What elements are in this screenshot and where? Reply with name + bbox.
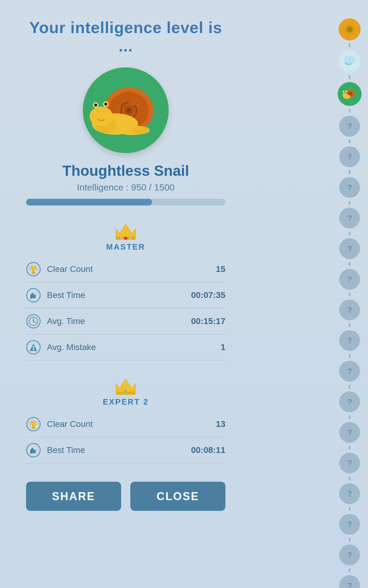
sidebar-node-q4[interactable]: ? — [339, 208, 360, 228]
progress-bar-fill — [26, 199, 152, 205]
svg-point-27 — [123, 237, 124, 238]
svg-point-22 — [129, 237, 132, 239]
sidebar-node-q8[interactable]: ? — [339, 330, 360, 351]
master-header: MASTER — [26, 221, 225, 252]
jellyfish-icon — [342, 54, 357, 69]
svg-point-54 — [347, 26, 353, 32]
svg-point-43 — [33, 349, 34, 350]
sidebar-connector — [349, 75, 350, 79]
expert2-best-time-row: Best Time 00:08:11 — [26, 437, 225, 463]
expert2-clear-count-value: 13 — [216, 419, 225, 429]
master-best-time-row: Best Time 00:07:35 — [26, 282, 225, 308]
warning-icon — [26, 340, 41, 355]
sidebar-node-snail[interactable] — [338, 82, 362, 106]
master-avg-time-row: Avg. Time 00:15:17 — [26, 308, 225, 334]
animal-avatar — [83, 67, 169, 153]
svg-point-14 — [94, 104, 97, 107]
sidebar-node-q2[interactable]: ? — [339, 146, 360, 167]
share-button[interactable]: SHARE — [26, 482, 121, 511]
svg-point-15 — [104, 103, 107, 106]
sidebar-connector — [349, 43, 350, 47]
svg-point-4 — [116, 105, 121, 110]
svg-point-3 — [126, 107, 132, 113]
svg-rect-32 — [32, 271, 35, 273]
sidebar-connector — [349, 262, 350, 266]
master-label: MASTER — [106, 242, 145, 252]
sidebar-connector — [349, 109, 350, 113]
snail-small-icon — [341, 86, 358, 103]
sidebar-node-jellyfish[interactable] — [339, 50, 361, 72]
svg-rect-49 — [32, 426, 35, 428]
sidebar-node-q9[interactable]: ? — [339, 361, 360, 382]
svg-point-70 — [343, 93, 347, 97]
sidebar-node-q15[interactable]: ? — [339, 545, 360, 565]
sidebar-node-q16[interactable]: ? — [339, 575, 360, 588]
svg-rect-35 — [30, 295, 32, 299]
sidebar-connector — [349, 415, 350, 419]
page-title: Your intelligence level is ... — [25, 18, 227, 55]
thumbsup-icon-1 — [26, 288, 41, 303]
svg-point-17 — [132, 126, 150, 134]
master-best-time-label: Best Time — [47, 290, 191, 300]
expert2-header: EXPERT 2 — [26, 376, 225, 407]
sidebar-node-q1[interactable]: ? — [339, 116, 360, 137]
svg-line-61 — [345, 33, 346, 34]
level-sidebar: ? ? ? ? ? ? ? ? ? ? ? ? ? ? ? ? ? ? ? ? … — [331, 0, 368, 588]
master-avg-mistake-value: 1 — [220, 342, 225, 352]
master-crown-icon — [113, 221, 138, 241]
svg-line-60 — [353, 25, 354, 26]
svg-point-73 — [343, 91, 344, 92]
sidebar-node-q7[interactable]: ? — [339, 300, 360, 320]
sidebar-node-q11[interactable]: ? — [339, 422, 360, 443]
svg-point-6 — [136, 104, 140, 107]
sidebar-connector — [349, 385, 350, 388]
sidebar-connector — [349, 538, 350, 541]
sidebar-connector — [349, 323, 350, 327]
sidebar-node-q5[interactable]: ? — [339, 238, 360, 259]
master-section: MASTER Clear Count 15 Best Time 00:07:35 — [26, 221, 225, 360]
expert-crown-icon — [113, 376, 138, 396]
master-clear-count-value: 15 — [216, 264, 225, 274]
sidebar-node-q14[interactable]: ? — [339, 514, 360, 535]
svg-point-21 — [124, 237, 127, 240]
svg-point-25 — [117, 237, 118, 238]
sidebar-connector — [349, 568, 350, 572]
trophy-icon-1 — [26, 262, 41, 277]
sidebar-connector — [349, 446, 350, 450]
close-button[interactable]: CLOSE — [130, 482, 225, 511]
expert2-section: EXPERT 2 Clear Count 13 Best Time 00:08:… — [26, 376, 225, 463]
master-best-time-value: 00:07:35 — [191, 290, 225, 300]
sidebar-node-virus[interactable] — [339, 18, 361, 40]
sidebar-node-q3[interactable]: ? — [339, 177, 360, 198]
sidebar-connector — [349, 201, 350, 205]
expert2-clear-count-label: Clear Count — [47, 419, 216, 429]
master-clear-count-row: Clear Count 15 — [26, 256, 225, 282]
svg-point-74 — [345, 90, 347, 92]
sidebar-connector — [349, 232, 350, 235]
svg-marker-18 — [116, 224, 136, 238]
thumbsup-icon-2 — [26, 443, 41, 458]
sidebar-node-q12[interactable]: ? — [339, 453, 360, 473]
sidebar-node-q6[interactable]: ? — [339, 269, 360, 290]
expert2-best-time-label: Best Time — [47, 445, 191, 455]
svg-line-59 — [345, 25, 346, 26]
clock-icon — [26, 314, 41, 329]
svg-rect-52 — [30, 450, 32, 454]
svg-point-20 — [120, 237, 122, 239]
sidebar-connector — [349, 170, 350, 174]
expert2-label: EXPERT 2 — [103, 397, 149, 407]
svg-point-68 — [349, 92, 352, 95]
svg-point-28 — [128, 237, 129, 238]
expert2-best-time-value: 00:08:11 — [191, 445, 225, 455]
progress-bar-bg — [26, 199, 225, 205]
sidebar-node-q10[interactable]: ? — [339, 391, 360, 412]
svg-point-40 — [33, 321, 34, 322]
expert2-clear-count-row: Clear Count 13 — [26, 411, 225, 437]
master-avg-mistake-label: Avg. Mistake — [47, 342, 220, 352]
sidebar-connector — [349, 293, 350, 296]
snail-illustration — [89, 80, 163, 141]
sidebar-node-q13[interactable]: ? — [339, 483, 360, 504]
animal-name: Thoughtless Snail — [62, 162, 189, 179]
svg-point-30 — [134, 237, 135, 238]
master-avg-time-label: Avg. Time — [47, 316, 191, 326]
